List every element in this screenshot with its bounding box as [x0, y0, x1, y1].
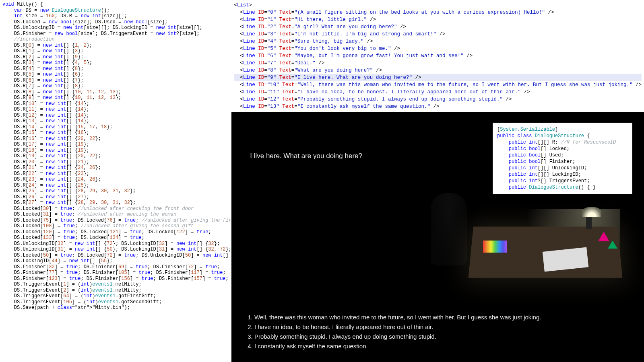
code-line: DS.R[3] = new int[] {4, 5}; — [2, 60, 229, 66]
code-line: DS.R[14] = new int[] {15, 17, 18}; — [2, 124, 229, 130]
code-line: DS.R[1] = new int[] {3}; — [2, 48, 229, 54]
dialogue-choice[interactable]: 2. I have no idea, to be honest. I liter… — [248, 323, 541, 330]
code-line: DS.R[8] = new int[] {10, 11, 12, 13}; — [2, 89, 229, 95]
code-line: DS.UnlockingID[32] = new int[] {72}; DS.… — [2, 241, 229, 247]
code-line: DS.TriggersEvent[2] = (int)events1.metMi… — [2, 288, 229, 294]
code-line: DS.R[10] = new int[] {14}; — [2, 101, 229, 107]
dialogue-choice[interactable]: 4. I constantly ask myself the same ques… — [248, 343, 541, 350]
xml-dialogue-pane[interactable]: <List> <Line ID="0" Text="(A small figur… — [231, 0, 644, 112]
code-line: DS.Finisher[123] = true; DS.Finisher[156… — [2, 276, 229, 282]
code-line: DS.R[20] = new int[] {21}; — [2, 159, 229, 165]
class-line: public int[][] UnlockingID; — [497, 165, 628, 171]
code-line: DS.R[5] = new int[] {6}; — [2, 72, 229, 78]
code-line: DS.Finisher = new bool[size]; DS.Trigger… — [2, 31, 229, 37]
code-line: DS.R[25] = new int[] {28, 29, 30, 31, 32… — [2, 188, 229, 194]
code-line: DS.R[9] = new int[] {10, 11, 12, 13}; — [2, 95, 229, 101]
code-line: DS.TriggersEvent[105] = (int)events1.got… — [2, 299, 229, 305]
xml-line[interactable]: <Line ID="7" Text="Deal." /> — [234, 60, 642, 67]
origami-crane-pink — [598, 232, 609, 241]
code-line: DS.R[17] = new int[] {19}; — [2, 142, 229, 148]
lamp-head — [582, 207, 601, 217]
code-line: DS.Locked[30] = true; //unlocked after c… — [2, 206, 229, 212]
class-definition-overlay: [System.Serializable]public class Dialog… — [493, 123, 632, 194]
xml-line[interactable]: <Line ID="3" Text="I'm not little. I'm b… — [234, 31, 642, 38]
code-line: DS.Locked[31] = true; //unlocked after m… — [2, 212, 229, 218]
class-line: public DialogueStructure() { } — [497, 184, 628, 191]
code-line: DS.R[11] = new int[] {14}; — [2, 107, 229, 113]
xml-line[interactable]: <Line ID="9" Text="I live here. What are… — [234, 74, 642, 81]
code-line: DS.Locked = new bool[size]; DS.Used = ne… — [2, 19, 229, 25]
xml-line[interactable]: <Line ID="2" Text="A girl? What are you … — [234, 23, 642, 31]
code-line: DS.R[0] = new int[] {1, 2}; — [2, 43, 229, 49]
code-line: DS.R[27] = new int[] {28, 29, 30, 31, 32… — [2, 200, 229, 206]
class-line: public bool[] Locked; — [497, 146, 628, 152]
game-preview-pane: [System.Serializable]public class Dialog… — [231, 112, 644, 362]
code-line: DS.R[4] = new int[] {8}; — [2, 66, 229, 72]
xylophone — [483, 241, 507, 253]
code-line: DS.UnlockingID = new int[size][]; DS.Loc… — [2, 25, 229, 31]
dialogue-choice[interactable]: 3. Probably something stupid. I always e… — [248, 333, 541, 340]
code-line: DS.Finisher[77] = true; DS.Finisher[105]… — [2, 270, 229, 276]
code-line: DS.R[16] = new int[] {20, 22}; — [2, 136, 229, 142]
code-line: DS.R[26] = new int[] {27}; — [2, 194, 229, 200]
code-line: DS.Save(path + class="str">"Mitty.bin"); — [2, 305, 229, 311]
code-line: DS.Finisher[32] = true; DS.Finisher[69] … — [2, 264, 229, 270]
xml-line[interactable]: <Line ID="1" Text="Hi there, little girl… — [234, 16, 642, 23]
xml-line[interactable]: <Line ID="6" Text="Maybe, but I'm gonna … — [234, 52, 642, 60]
xml-line[interactable]: <Line ID="8" Text="What are you doing he… — [234, 67, 642, 74]
code-line: DS.R[12] = new int[] {14}; — [2, 113, 229, 119]
code-line: DS.Locked[75] = true; DS.Locked[76] = tr… — [2, 218, 229, 224]
code-line: DS.R[23] = new int[] {24, 26}; — [2, 177, 229, 183]
origami-crane-green — [608, 241, 617, 249]
xml-line[interactable]: <Line ID="4" Text="Sure thing, big lady.… — [234, 38, 642, 45]
code-line: DS.TriggersEvent[1] = (int)events1.metMi… — [2, 282, 229, 288]
code-line: DS.R[7] = new int[] {8}; — [2, 83, 229, 89]
code-line: void Mitty() { — [2, 2, 229, 8]
code-line: DS.R[13] = new int[] {14}; — [2, 118, 229, 124]
xml-line[interactable]: <Line ID="13" Text="I constantly ask mys… — [234, 103, 642, 110]
code-line: //introduction — [2, 37, 229, 43]
code-line: DS.R[6] = new int[] {7}; — [2, 78, 229, 84]
dialogue-choices: 1. Well, there was this woman who invite… — [248, 311, 541, 352]
class-line: [System.Serializable] — [497, 126, 628, 133]
code-line: DS.R[2] = new int[] {9}; — [2, 54, 229, 60]
code-line: DS.R[18] = new int[] {19}; — [2, 148, 229, 154]
code-line: DS.Locked[120] = true; DS.Locked[121] = … — [2, 229, 229, 235]
class-line: public int[][] R; //R for ResponsesID — [497, 139, 628, 146]
code-line: DS.Locked[108] = true; //unlocked after … — [2, 223, 229, 229]
code-line: DS.TriggersEvent[64] = (int)events1.gotF… — [2, 293, 229, 299]
npc-silhouette — [431, 193, 467, 265]
class-line: public bool[] Used; — [497, 152, 628, 158]
code-line: DS.LockingID[44] = new int[] {55}; — [2, 258, 229, 264]
npc-dialogue-text: I live here. What are you doing here? — [250, 152, 362, 160]
xml-line[interactable]: <Line ID="5" Text="You don't look very b… — [234, 45, 642, 52]
xml-line[interactable]: <Line ID="10" Text="Well, there was this… — [234, 81, 642, 88]
code-line: DS.R[19] = new int[] {20, 22}; — [2, 153, 229, 159]
code-line: DS.R[15] = new int[] {16}; — [2, 130, 229, 136]
code-line: DS.Locked[133] = true; DS.Locked[134] = … — [2, 235, 229, 241]
xml-root-open: <List> — [234, 2, 642, 9]
code-line: DS.Locked[50] = true; DS.Locked[72] = tr… — [2, 253, 229, 259]
code-line: int size = 160; DS.R = new int[size][]; — [2, 13, 229, 19]
class-line: public int?[] TriggersEvent; — [497, 178, 628, 184]
code-line: var DS = new DialogueStructure(); — [2, 8, 229, 14]
code-line: DS.R[22] = new int[] {23}; — [2, 171, 229, 177]
code-line: DS.R[24] = new int[] {25}; — [2, 183, 229, 189]
code-line: DS.R[21] = new int[] {24, 26}; — [2, 165, 229, 171]
class-line: public class DialogueStructure { — [497, 133, 628, 139]
xml-line[interactable]: <Line ID="12" Text="Probably something s… — [234, 96, 642, 103]
csharp-code-pane[interactable]: void Mitty() { var DS = new DialogueStru… — [0, 0, 231, 362]
xml-line[interactable]: <Line ID="0" Text="(A small figure sitti… — [234, 9, 642, 16]
class-line: public int[][] LockingID; — [497, 171, 628, 178]
class-line: public bool[] Finisher; — [497, 158, 628, 165]
dialogue-choice[interactable]: 1. Well, there was this woman who invite… — [248, 314, 541, 321]
xml-line[interactable]: <Line ID="11" Text="I have no idea, to b… — [234, 88, 642, 96]
code-line: DS.UnlockingID[31] = new int[] {50}; DS.… — [2, 247, 229, 253]
